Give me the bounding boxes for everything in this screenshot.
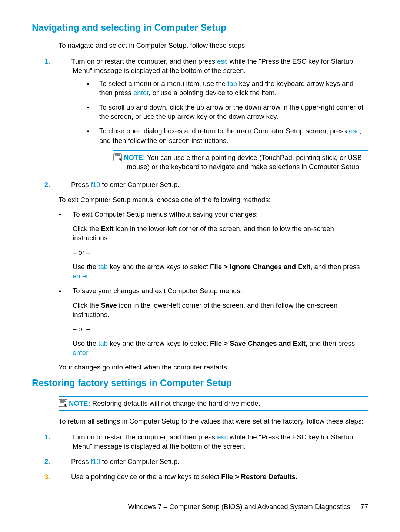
sub-bullet-2: To scroll up and down, click the up arro… [87,103,368,121]
key-tab: tab [227,80,237,87]
key-enter: enter [133,89,149,97]
save-changes-bold: File > Save Changes and Exit [210,339,306,347]
step-2: 2.Press f10 to enter Computer Setup. [59,180,368,189]
note2-body: Restoring defaults will not change the h… [90,399,260,407]
exit-b2-text: To save your changes and exit Computer S… [73,287,242,295]
exit-bullet-2: To save your changes and exit Computer S… [59,286,368,295]
exit-bullet-1: To exit Computer Setup menus without sav… [59,210,368,219]
page-number: 77 [360,503,368,511]
r-step-2: 2.Press f10 to enter Computer Setup. [59,457,368,466]
step-number: 2. [59,457,71,466]
exit-b2-p1: Click the Save icon in the lower-left co… [73,301,368,319]
save-bold: Save [101,301,117,309]
section-heading-navigating: Navigating and selecting in Computer Set… [32,21,368,34]
ignore-changes-bold: File > Ignore Changes and Exit [210,263,310,271]
sub-bullet-3: To close open dialog boxes and return to… [87,126,368,145]
rstep2-post: to enter Computer Setup. [100,458,180,465]
note-box-2: NOTE: Restoring defaults will not change… [59,396,368,411]
key-esc-3: esc [217,433,228,441]
page-footer: Windows 7 – Computer Setup (BIOS) and Ad… [128,502,368,511]
section-heading-restoring: Restoring factory settings in Computer S… [32,377,368,389]
sub3-pre: To close open dialog boxes and return to… [99,127,349,135]
step2-pre: Press [71,181,91,188]
step1-text-pre: Turn on or restart the computer, and the… [71,57,217,65]
note-icon [113,153,122,161]
rstep2-pre: Press [71,458,91,465]
key-enter-2: enter [73,272,88,280]
exit-b2-p2: Use the tab key and the arrow keys to se… [73,339,368,357]
or-divider-2: – or – [73,324,368,334]
rstep3-pre: Use a pointing device or the arrow keys … [71,473,221,481]
step-1: 1.Turn on or restart the computer, and t… [59,57,368,174]
sub2-text: To scroll up and down, click the up arro… [99,103,363,120]
intro-text: To navigate and select in Computer Setup… [59,41,368,50]
step-number: 3. [59,472,71,481]
key-esc: esc [217,57,228,65]
step-number: 2. [59,180,71,189]
note-box-1: NOTE: You can use either a pointing devi… [113,150,368,174]
step-number: 1. [59,57,71,66]
exit-b1-p2: Use the tab key and the arrow keys to se… [73,262,368,281]
key-f10: f10 [91,181,100,188]
sub-bullet-1: To select a menu or a menu item, use the… [87,79,368,97]
key-f10-2: f10 [91,458,100,465]
footer-text: Windows 7 – Computer Setup (BIOS) and Ad… [128,503,350,511]
sub1-post: , or use a pointing device to click the … [149,89,276,97]
sub1-pre: To select a menu or a menu item, use the [99,80,227,87]
exit-bold: Exit [101,225,113,232]
r-step-3: 3.Use a pointing device or the arrow key… [59,472,368,481]
rstep1-pre: Turn on or restart the computer, and the… [71,433,217,441]
exit-intro: To exit Computer Setup menus, choose one… [59,195,368,204]
key-tab-2: tab [98,263,108,271]
note-icon [59,399,67,407]
or-divider: – or – [73,248,368,257]
r-step-1: 1.Turn on or restart the computer, and t… [59,432,368,451]
note-label: NOTE: [124,154,145,161]
key-esc-2: esc [349,127,360,135]
note1-body: You can use either a pointing device (To… [127,154,362,171]
effect-text: Your changes go into effect when the com… [59,362,368,372]
key-enter-3: enter [73,349,88,357]
step2-post: to enter Computer Setup. [100,181,180,188]
restore-intro: To return all settings in Computer Setup… [59,416,368,426]
key-tab-3: tab [98,339,108,347]
note-label: NOTE: [69,399,90,407]
step-number: 1. [59,432,71,442]
restore-defaults-bold: File > Restore Defaults [221,473,296,481]
exit-b1-text: To exit Computer Setup menus without sav… [73,210,258,218]
exit-b1-p1: Click the Exit icon in the lower-left co… [73,224,368,242]
